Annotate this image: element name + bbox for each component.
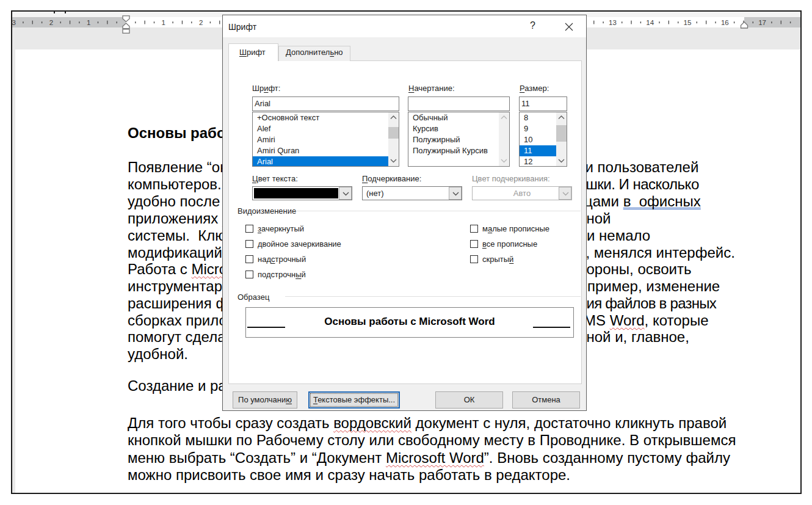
svg-text:3: 3 xyxy=(12,19,16,26)
svg-text:13: 13 xyxy=(609,19,617,26)
svg-text:15: 15 xyxy=(684,19,692,26)
svg-text:1: 1 xyxy=(162,19,165,26)
svg-text:1: 1 xyxy=(87,19,90,26)
svg-text:14: 14 xyxy=(646,19,654,26)
svg-text:16: 16 xyxy=(721,19,729,26)
svg-text:17: 17 xyxy=(758,19,766,26)
svg-text:2: 2 xyxy=(49,19,53,26)
svg-text:2: 2 xyxy=(199,19,203,26)
